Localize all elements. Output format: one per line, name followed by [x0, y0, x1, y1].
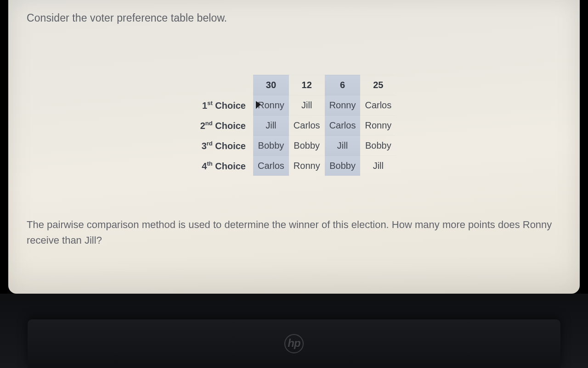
question-text: The pairwise comparison method is used t… [27, 217, 555, 248]
table-row: 4th Choice Carlos Ronny Bobby Jill [196, 156, 396, 176]
row-label-num: 4 [202, 161, 207, 171]
preference-table: 30 12 6 25 1st Choice Ronny Jill Ronny C… [196, 75, 396, 176]
cell-r3-c4: Bobby [360, 135, 396, 156]
row-label-num: 1 [202, 100, 207, 110]
row-label-word: Choice [213, 100, 246, 110]
cell-r4-c1: Carlos [253, 156, 289, 176]
row-label-num: 2 [200, 120, 205, 130]
question-panel: Consider the voter preference table belo… [8, 0, 580, 294]
cell-r4-c3: Bobby [325, 156, 361, 176]
cell-r1-c4: Carlos [360, 95, 396, 115]
table-row: 1st Choice Ronny Jill Ronny Carlos [196, 95, 396, 115]
row-label-ord: rd [207, 140, 213, 147]
empty-header [196, 75, 253, 95]
row-label-word: Choice [213, 161, 246, 171]
count-col-2: 12 [289, 75, 325, 95]
count-col-4: 25 [360, 75, 396, 95]
cell-r3-c2: Bobby [289, 135, 325, 156]
cell-r3-c1: Bobby [253, 135, 289, 156]
cell-r1-c1: Ronny [253, 95, 289, 115]
screen: Consider the voter preference table belo… [0, 0, 588, 368]
count-col-1: 30 [253, 75, 289, 95]
row-label-2: 2nd Choice [196, 115, 253, 135]
row-label-1: 1st Choice [196, 95, 253, 115]
monitor-bezel: hp [0, 294, 588, 368]
cell-r4-c4: Jill [360, 156, 396, 176]
hp-logo: hp [284, 334, 304, 353]
cell-r1-c3: Ronny [325, 95, 361, 115]
count-col-3: 6 [325, 75, 361, 95]
cell-r2-c4: Ronny [360, 115, 396, 135]
intro-text: Consider the voter preference table belo… [27, 12, 565, 24]
row-label-word: Choice [213, 120, 246, 130]
cell-r3-c3: Jill [325, 135, 361, 156]
row-label-ord: st [207, 100, 213, 106]
voter-count-row: 30 12 6 25 [196, 75, 396, 95]
cell-r4-c2: Ronny [289, 156, 325, 176]
cell-r2-c1: Jill [253, 115, 289, 135]
row-label-3: 3rd Choice [196, 135, 253, 156]
row-label-4: 4th Choice [196, 156, 253, 176]
cell-r2-c3: Carlos [325, 115, 361, 135]
cell-r2-c2: Carlos [289, 115, 325, 135]
row-label-num: 3 [202, 140, 207, 151]
table-row: 2nd Choice Jill Carlos Carlos Ronny [196, 115, 396, 135]
cell-r1-c2: Jill [289, 95, 325, 115]
row-label-word: Choice [213, 140, 246, 151]
table-row: 3rd Choice Bobby Bobby Jill Bobby [196, 135, 396, 156]
row-label-ord: nd [205, 120, 213, 127]
hp-logo-text: hp [284, 334, 304, 353]
row-label-ord: th [207, 160, 212, 167]
preference-table-wrap: 30 12 6 25 1st Choice Ronny Jill Ronny C… [27, 75, 565, 176]
